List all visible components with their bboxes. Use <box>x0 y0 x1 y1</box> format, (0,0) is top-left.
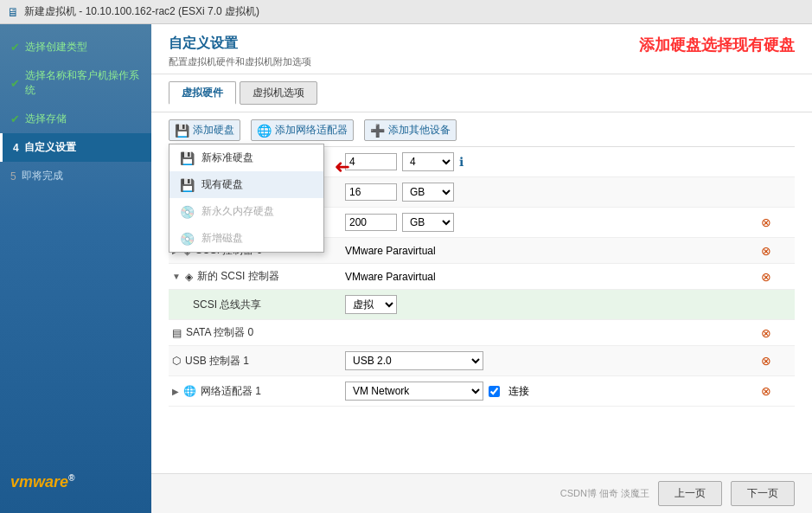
content-header: 自定义设置 配置虚拟机硬件和虚拟机附加选项 添加硬盘选择现有硬盘 <box>151 24 812 74</box>
sata0-text: SATA 控制器 0 <box>186 325 253 340</box>
table-row: ▶ 🌐 网络适配器 1 VM Network 连接 <box>169 376 795 407</box>
sata0-remove-button[interactable]: ⊗ <box>761 326 771 340</box>
add-hw-toolbar: 💾 添加硬盘 🌐 添加网络适配器 ➕ 添加其他设备 💾 新标准硬盘 <box>169 112 795 147</box>
scsi-bus-select[interactable]: 虚拟 无 物理 <box>345 295 397 314</box>
nic1-connect-checkbox[interactable] <box>489 386 500 397</box>
add-other-button[interactable]: ➕ 添加其他设备 <box>364 119 457 141</box>
sidebar-step5-label: 即将完成 <box>22 169 63 183</box>
scsi0-remove-button[interactable]: ⊗ <box>761 244 771 258</box>
scsi-new-label: ▼ ◈ 新的 SCSI 控制器 <box>172 269 338 284</box>
sidebar-step3-label: 选择存储 <box>25 112 67 126</box>
table-row: SCSI 总线共享 虚拟 无 物理 <box>169 290 795 320</box>
usb1-remove-button[interactable]: ⊗ <box>761 354 771 368</box>
tab-virtual-hardware[interactable]: 虚拟硬件 <box>169 81 236 105</box>
disk-size-input[interactable] <box>345 214 397 231</box>
scsi-bus-label: SCSI 总线共享 <box>193 298 338 312</box>
step5-num: 5 <box>10 170 16 183</box>
dropdown-existing-label: 现有硬盘 <box>201 177 243 192</box>
add-network-label: 添加网络适配器 <box>275 123 348 138</box>
disk-icon-persist: 💿 <box>180 205 195 219</box>
usb1-label: ⬡ USB 控制器 1 <box>172 354 338 369</box>
sidebar-item-step2[interactable]: ✔ 选择名称和客户机操作系统 <box>0 61 151 105</box>
sidebar: ✔ 选择创建类型 ✔ 选择名称和客户机操作系统 ✔ 选择存储 4 自定义设置 5… <box>0 24 151 513</box>
sidebar-step1-label: 选择创建类型 <box>25 40 87 55</box>
annotation-text: 添加硬盘选择现有硬盘 <box>639 35 795 55</box>
nic1-label: ▶ 🌐 网络适配器 1 <box>172 384 338 399</box>
nic1-network-select[interactable]: VM Network <box>345 382 483 401</box>
usb1-icon: ⬡ <box>172 355 181 367</box>
memory-unit-select[interactable]: GB <box>402 183 454 202</box>
scsi0-value: VMware Paravirtual <box>345 245 436 257</box>
watermark-text: CSDN博 佃奇 淡魔王 <box>560 487 649 500</box>
info-icon: ℹ <box>459 155 464 169</box>
disk-remove-button[interactable]: ⊗ <box>761 215 771 229</box>
network-icon: 🌐 <box>257 124 272 138</box>
sidebar-item-step3[interactable]: ✔ 选择存储 <box>0 105 151 133</box>
main-container: ✔ 选择创建类型 ✔ 选择名称和客户机操作系统 ✔ 选择存储 4 自定义设置 5… <box>0 24 812 513</box>
logo-vm: vm <box>10 473 33 491</box>
titlebar-icon: 🖥 <box>7 5 19 19</box>
scsi-new-icon: ◈ <box>185 271 193 283</box>
sata0-label: ▤ SATA 控制器 0 <box>172 325 338 340</box>
arrow-annotation: ➜ <box>335 156 350 178</box>
check-icon-3: ✔ <box>10 112 20 125</box>
disk-icon-rdm: 💿 <box>180 232 195 246</box>
scsi-new-value: VMware Paravirtual <box>345 271 436 283</box>
dropdown-existing-disk[interactable]: 💾 现有硬盘 <box>169 171 323 198</box>
sidebar-step4-label: 自定义设置 <box>24 140 76 155</box>
page-subtitle: 配置虚拟机硬件和虚拟机附加选项 <box>169 55 311 68</box>
disk-value-cell: GB <box>345 213 754 232</box>
content-area: 自定义设置 配置虚拟机硬件和虚拟机附加选项 添加硬盘选择现有硬盘 虚拟硬件 虚拟… <box>151 24 812 513</box>
memory-value-cell: GB <box>345 183 754 202</box>
cpu-value-cell: 4 ℹ <box>345 152 754 171</box>
dropdown-new-standard-disk[interactable]: 💾 新标准硬盘 <box>169 144 323 171</box>
other-icon: ➕ <box>370 124 385 138</box>
sidebar-item-step4[interactable]: 4 自定义设置 <box>0 133 151 162</box>
sidebar-step2-label: 选择名称和客户机操作系统 <box>25 68 141 98</box>
dropdown-rdm-label: 新增磁盘 <box>201 231 243 246</box>
tabs-row: 虚拟硬件 虚拟机选项 <box>151 74 812 112</box>
expand-icon[interactable]: ▼ <box>172 272 181 281</box>
sidebar-item-step5[interactable]: 5 即将完成 <box>0 162 151 190</box>
add-disk-button[interactable]: 💾 添加硬盘 <box>169 119 240 141</box>
nic1-text: 网络适配器 1 <box>201 384 261 399</box>
nic1-connect-label: 连接 <box>508 384 529 399</box>
dropdown-new-rdm-disk: 💿 新增磁盘 <box>169 225 323 252</box>
table-row: ▤ SATA 控制器 0 ⊗ <box>169 320 795 346</box>
hw-content: 💾 添加硬盘 🌐 添加网络适配器 ➕ 添加其他设备 💾 新标准硬盘 <box>151 112 812 473</box>
dropdown-new-persistent-disk: 💿 新永久内存硬盘 <box>169 198 323 225</box>
usb1-select[interactable]: USB 2.0 USB 3.0 <box>345 351 483 370</box>
disk-icon: 💾 <box>175 124 189 138</box>
scsi-new-text: 新的 SCSI 控制器 <box>197 269 279 284</box>
nic1-value-cell: VM Network 连接 <box>345 382 754 401</box>
disk-icon-exist: 💾 <box>180 178 195 192</box>
dropdown-persistent-label: 新永久内存硬盘 <box>201 204 274 219</box>
add-disk-label: 添加硬盘 <box>193 123 234 138</box>
cpu-count-select[interactable]: 4 <box>402 152 454 171</box>
nic1-icon: 🌐 <box>183 385 196 397</box>
cpu-count-input[interactable] <box>345 153 397 170</box>
add-other-label: 添加其他设备 <box>388 123 451 138</box>
scsi-new-remove-button[interactable]: ⊗ <box>761 270 771 284</box>
check-icon-1: ✔ <box>10 41 20 54</box>
tab-vm-options[interactable]: 虚拟机选项 <box>240 81 317 105</box>
table-row: ⬡ USB 控制器 1 USB 2.0 USB 3.0 ⊗ <box>169 346 795 376</box>
scsi-bus-text: SCSI 总线共享 <box>193 298 261 312</box>
page-title: 自定义设置 <box>169 35 311 53</box>
step4-num: 4 <box>13 142 19 154</box>
titlebar: 🖥 新建虚拟机 - 10.10.100.162-rac2 (ESXi 7.0 虚… <box>0 0 812 24</box>
check-icon-2: ✔ <box>10 77 20 90</box>
add-network-button[interactable]: 🌐 添加网络适配器 <box>251 119 354 141</box>
disk-unit-select[interactable]: GB <box>402 213 454 232</box>
next-button[interactable]: 下一页 <box>731 481 795 506</box>
memory-input[interactable] <box>345 183 397 201</box>
sidebar-item-step1[interactable]: ✔ 选择创建类型 <box>0 33 151 61</box>
footer: CSDN博 佃奇 淡魔王 上一页 下一页 <box>151 473 812 513</box>
usb1-text: USB 控制器 1 <box>185 354 249 369</box>
nic1-remove-button[interactable]: ⊗ <box>761 384 771 398</box>
back-button[interactable]: 上一页 <box>658 481 722 506</box>
expand-icon[interactable]: ▶ <box>172 387 179 396</box>
add-disk-dropdown: 💾 新标准硬盘 💾 现有硬盘 💿 新永久内存硬盘 💿 新增磁盘 <box>169 144 324 253</box>
sata0-icon: ▤ <box>172 327 182 339</box>
dropdown-new-standard-label: 新标准硬盘 <box>201 151 253 165</box>
